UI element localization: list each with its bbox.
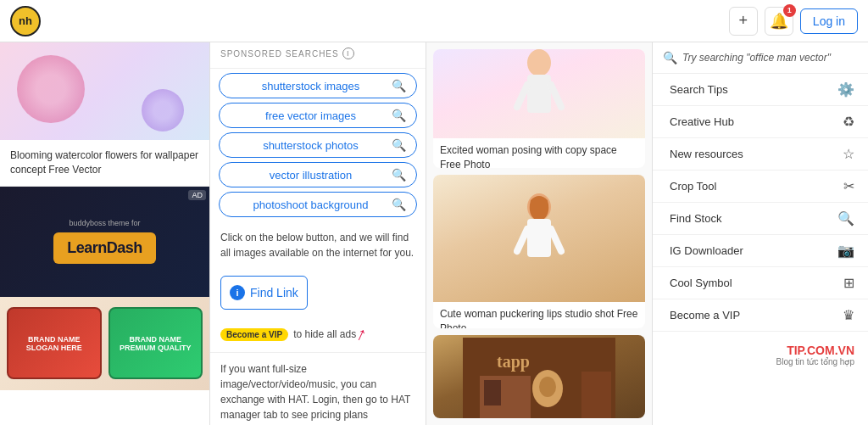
svg-line-3: [551, 85, 561, 107]
right-menu-icon-vip: ♛: [843, 307, 854, 323]
svg-rect-11: [484, 380, 501, 405]
restaurant-svg: tapp: [463, 338, 615, 418]
svg-rect-1: [527, 75, 551, 113]
image-card-1[interactable]: Cute woman puckering lips studio shot Fr…: [433, 175, 645, 329]
right-menu-label-6: Cool Symbol: [670, 277, 732, 289]
ad-learndash[interactable]: LearnDash: [53, 232, 156, 264]
left-caption-text: Blooming watercolor flowers for wallpape…: [10, 149, 198, 176]
right-menu-item-0[interactable]: Search Tips ⚙️: [653, 74, 868, 106]
image-caption-0: Excited woman posing with copy space Fre…: [433, 138, 645, 168]
image-area-1: [433, 175, 645, 302]
search-icon-3: 🔍: [392, 168, 406, 182]
sponsored-label: SPONSORED SEARCHES i: [220, 48, 415, 59]
logo: nh: [10, 6, 41, 36]
ad-banner: AD buddyboss theme for LearnDash: [0, 187, 209, 297]
badge-green-text: BRAND NAME PREMIUM QUALITY: [114, 335, 198, 352]
image-caption-text-1: Cute woman puckering lips studio shot Fr…: [440, 308, 637, 329]
middle-panel: SPONSORED SEARCHES i shutterstock images…: [210, 42, 426, 425]
flower-small-decoration: [142, 89, 184, 131]
middle-bottom-text: If you want full-size image/vector/video…: [210, 352, 426, 425]
vip-badge[interactable]: Become a VIP: [220, 328, 288, 341]
right-menu-icon-find-stock: 🔍: [837, 210, 854, 226]
search-item-text-0: shutterstock images: [230, 80, 392, 92]
arrow-icon: ↑: [353, 322, 370, 346]
top-bar: nh + 🔔 1 Log in: [0, 0, 868, 42]
right-menu-item-3[interactable]: Crop Tool ✂: [653, 171, 868, 203]
right-menu-item-4[interactable]: Find Stock 🔍: [653, 203, 868, 235]
sponsored-text: SPONSORED SEARCHES: [220, 49, 339, 59]
right-menu: Search Tips ⚙️ Creative Hub ♻ New resour…: [653, 74, 868, 332]
info-icon[interactable]: i: [342, 48, 354, 59]
ad-logo-area: buddyboss theme for: [69, 219, 140, 227]
tip-logo: TIP.COM.VN Blog tin tức tổng hợp: [653, 332, 868, 378]
search-item-2[interactable]: shutterstock photos 🔍: [219, 132, 417, 158]
badge-red-text: BRAND NAME SLOGAN HERE: [12, 335, 97, 352]
right-menu-label-1: Creative Hub: [670, 115, 734, 128]
vip-suffix: to hide all ads: [293, 328, 356, 340]
images-panel: Excited woman posing with copy space Fre…: [426, 42, 652, 425]
svg-text:tapp: tapp: [497, 352, 530, 372]
search-icon-0: 🔍: [392, 79, 406, 92]
right-menu-icon-cool-symbol: ⊞: [843, 275, 854, 291]
right-menu-item-5[interactable]: IG Downloader 📷: [653, 235, 868, 267]
login-button[interactable]: Log in: [800, 8, 858, 34]
svg-line-7: [551, 229, 561, 251]
right-menu-label-2: New resources: [670, 148, 743, 160]
right-menu-item-6[interactable]: Cool Symbol ⊞: [653, 267, 868, 299]
tip-logo-text: TIP.COM.VN: [666, 344, 854, 357]
main-content: Blooming watercolor flowers for wallpape…: [0, 42, 868, 425]
badge-green: BRAND NAME PREMIUM QUALITY: [108, 307, 203, 379]
middle-desc-text: Click on the below button, and we will f…: [220, 232, 414, 259]
search-item-text-1: free vector images: [230, 109, 392, 122]
image-area-2: tapp: [433, 335, 645, 418]
find-link-label: Find Link: [250, 286, 298, 299]
top-bar-actions: + 🔔 1 Log in: [729, 7, 858, 36]
left-caption: Blooming watercolor flowers for wallpape…: [0, 140, 209, 187]
find-link-button[interactable]: i Find Link: [220, 276, 308, 310]
right-menu-item-7[interactable]: Become a VIP ♛: [653, 299, 868, 332]
right-menu-item-2[interactable]: New resources ☆: [653, 138, 868, 171]
right-menu-label-3: Crop Tool: [670, 180, 716, 193]
right-menu-label-0: Search Tips: [670, 83, 728, 96]
search-item-text-2: shutterstock photos: [230, 139, 392, 152]
svg-rect-14: [581, 372, 611, 418]
right-menu-label-7: Become a VIP: [670, 309, 740, 322]
search-item-text-4: photoshoot background: [230, 199, 392, 211]
right-menu-item-1[interactable]: Creative Hub ♻: [653, 106, 868, 138]
notification-badge: 1: [783, 4, 796, 17]
search-icon-4: 🔍: [392, 198, 406, 211]
find-link-icon: i: [230, 285, 245, 300]
add-button[interactable]: +: [729, 7, 758, 36]
person-svg-1: [514, 192, 565, 285]
image-card-2[interactable]: tapp: [433, 335, 645, 418]
left-top-image: [0, 42, 209, 140]
image-card-0[interactable]: Excited woman posing with copy space Fre…: [433, 49, 645, 168]
right-search-box: 🔍 Try searching "office man vector": [653, 42, 868, 74]
image-bg-0: [433, 49, 645, 138]
search-item-3[interactable]: vector illustration 🔍: [219, 162, 417, 187]
svg-line-2: [517, 85, 527, 107]
svg-rect-5: [527, 219, 551, 257]
svg-point-0: [527, 49, 551, 76]
badge-red: BRAND NAME SLOGAN HERE: [7, 307, 102, 379]
search-item-1[interactable]: free vector images 🔍: [219, 103, 417, 128]
right-menu-icon-creative-hub: ♻: [843, 114, 854, 130]
search-items-list: shutterstock images 🔍 free vector images…: [210, 73, 426, 217]
image-caption-text-0: Excited woman posing with copy space Fre…: [440, 144, 617, 168]
restaurant-bg: tapp: [433, 335, 645, 418]
search-item-4[interactable]: photoshoot background 🔍: [219, 192, 417, 217]
ad-badge: AD: [188, 190, 206, 200]
right-menu-icon-ig: 📷: [837, 243, 854, 259]
middle-bottom-text-content: If you want full-size image/vector/video…: [220, 363, 410, 421]
right-menu-icon-search-tips: ⚙️: [837, 81, 854, 98]
middle-banner: SPONSORED SEARCHES i: [210, 42, 426, 69]
search-icon-1: 🔍: [392, 109, 406, 122]
right-panel: 🔍 Try searching "office man vector" Sear…: [652, 42, 868, 425]
vip-row: Become a VIP to hide all ads ↑: [210, 316, 426, 352]
search-item-0[interactable]: shutterstock images 🔍: [219, 73, 417, 98]
image-area-0: [433, 49, 645, 138]
right-menu-label-5: IG Downloader: [670, 244, 743, 257]
left-bottom-image: BRAND NAME SLOGAN HERE BRAND NAME PREMIU…: [0, 297, 209, 390]
notification-button[interactable]: 🔔 1: [765, 7, 793, 36]
ad-buddyboss: buddyboss theme for: [69, 219, 140, 227]
